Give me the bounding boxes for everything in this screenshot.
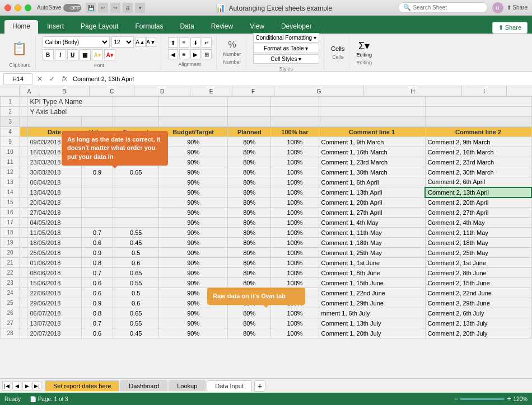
cell-i4[interactable]: Comment line 2 — [425, 127, 531, 137]
col-header-h[interactable]: H — [364, 86, 462, 96]
font-grow-btn[interactable]: A▲ — [136, 37, 146, 47]
zoom-in-btn[interactable]: + — [507, 395, 511, 403]
cell-d1[interactable] — [113, 97, 159, 107]
cell-a3[interactable] — [20, 117, 27, 127]
cell-h2[interactable] — [319, 107, 425, 117]
cell-f3[interactable] — [228, 117, 271, 127]
tab-developer[interactable]: Developer — [273, 20, 320, 34]
col-header-f[interactable]: F — [232, 86, 274, 96]
cell-h1[interactable] — [319, 97, 425, 107]
maximize-window-btn[interactable] — [25, 4, 31, 11]
tab-view[interactable]: View — [242, 20, 272, 34]
cell-h4[interactable]: Comment line 1 — [319, 127, 425, 137]
tab-data[interactable]: Data — [172, 20, 202, 34]
conditional-formatting-btn[interactable]: Conditional Formatting ▾ — [253, 33, 319, 43]
sheet-nav-prev[interactable]: ◀ — [12, 382, 21, 390]
format-as-table-btn[interactable]: Format as Table ▾ — [253, 44, 319, 53]
autosave-toggle[interactable]: OFF — [63, 4, 81, 12]
align-middle-btn[interactable]: ≡ — [179, 37, 189, 48]
col-header-i[interactable]: I — [462, 86, 507, 96]
cell-g3[interactable] — [271, 117, 319, 127]
font-size-select[interactable]: 12 — [111, 36, 134, 48]
paste-button[interactable]: 📋 — [9, 37, 29, 60]
cell-i2[interactable] — [425, 107, 531, 117]
wrap-text-btn[interactable]: ↵ — [202, 37, 212, 48]
font-color-btn[interactable]: A▾ — [104, 49, 115, 60]
print-icon[interactable]: 🖨 — [123, 3, 133, 13]
cell-a2[interactable] — [20, 107, 27, 117]
formula-fx-btn[interactable]: fx — [59, 74, 69, 84]
tab-review[interactable]: Review — [203, 20, 241, 34]
cell-b3[interactable] — [27, 117, 81, 127]
sheet-tab-lookup[interactable]: Lookup — [169, 380, 206, 391]
sheet-tab-dashboard[interactable]: Dashboard — [120, 380, 167, 391]
sheet-nav-last[interactable]: ▶| — [32, 382, 41, 390]
zoom-out-btn[interactable]: − — [454, 395, 458, 403]
border-btn[interactable]: ▦ — [80, 49, 91, 60]
cell-e3[interactable] — [159, 117, 228, 127]
align-center-btn[interactable]: ≡ — [179, 49, 189, 59]
formula-check-btn[interactable]: ✓ — [47, 74, 57, 84]
redo-icon[interactable]: ↪ — [110, 3, 120, 13]
share-button[interactable]: ⬆ Share — [507, 4, 528, 11]
col-header-e[interactable]: E — [190, 86, 232, 96]
cell-d3[interactable] — [113, 117, 159, 127]
sheet-tab-data-input[interactable]: Data Input — [207, 380, 252, 392]
cell-e2[interactable] — [159, 107, 228, 117]
cell-i3[interactable] — [425, 117, 531, 127]
cell-f1[interactable] — [228, 97, 271, 107]
cell-c3[interactable] — [81, 117, 113, 127]
add-sheet-button[interactable]: + — [254, 380, 265, 392]
font-shrink-btn[interactable]: A▼ — [146, 37, 156, 47]
tab-page-layout[interactable]: Page Layout — [73, 20, 126, 34]
cell-reference-input[interactable] — [3, 73, 32, 84]
zoom-slider[interactable] — [460, 398, 505, 400]
save-icon[interactable]: 💾 — [86, 3, 96, 13]
col-header-b[interactable]: B — [39, 86, 90, 96]
merge-btn[interactable]: ⊞ — [202, 49, 212, 59]
bold-btn[interactable]: B — [43, 49, 54, 60]
cell-styles-btn[interactable]: Cell Styles ▾ — [253, 54, 319, 64]
align-left-btn[interactable]: ◀ — [168, 49, 178, 59]
sheet-nav-first[interactable]: |◀ — [2, 382, 11, 390]
cell-e1[interactable] — [159, 97, 228, 107]
align-bottom-btn[interactable]: ⬇ — [190, 37, 200, 48]
italic-btn[interactable]: I — [55, 49, 66, 60]
more-icon[interactable]: ▾ — [135, 3, 145, 13]
cell-b2[interactable]: Y Axis Label — [27, 107, 113, 117]
close-window-btn[interactable] — [4, 4, 11, 11]
cell-h3[interactable] — [319, 117, 425, 127]
cell-g4[interactable]: 100% bar — [271, 127, 319, 137]
tab-formulas[interactable]: Formulas — [127, 20, 171, 34]
cell-g1[interactable] — [271, 97, 319, 107]
cell-d2[interactable] — [113, 107, 159, 117]
search-input[interactable] — [413, 4, 469, 11]
sheet-nav-next[interactable]: ▶ — [22, 382, 31, 390]
col-header-a[interactable]: A — [20, 86, 39, 96]
cell-g2[interactable] — [271, 107, 319, 117]
font-family-select[interactable]: Calibri (Body) — [43, 36, 110, 48]
cell-f4[interactable]: Planned — [228, 127, 271, 137]
formula-input[interactable] — [72, 74, 529, 83]
cell-b1[interactable]: KPI Type A Name — [27, 97, 113, 107]
underline-btn[interactable]: U — [67, 49, 78, 60]
share-btn[interactable]: ⬆ Share — [492, 22, 528, 34]
col-header-c[interactable]: C — [90, 86, 134, 96]
sheet-tab-report-dates[interactable]: Set report dates here — [45, 380, 119, 391]
cell-a4[interactable] — [20, 127, 27, 137]
cell-a1[interactable] — [20, 97, 27, 107]
align-top-btn[interactable]: ⬆ — [168, 37, 178, 48]
col-header-g[interactable]: G — [274, 86, 364, 96]
fill-color-btn[interactable]: A▾ — [92, 49, 103, 60]
col-header-d[interactable]: D — [134, 86, 190, 96]
minimize-window-btn[interactable] — [15, 4, 21, 11]
cell-f2[interactable] — [228, 107, 271, 117]
search-box[interactable]: 🔍 — [398, 2, 488, 13]
cell-i1[interactable] — [425, 97, 531, 107]
cell-e4[interactable]: Budget/Target — [159, 127, 228, 137]
undo-icon[interactable]: ↩ — [98, 3, 108, 13]
formula-x-btn[interactable]: ✕ — [35, 74, 45, 84]
tab-home[interactable]: Home — [4, 20, 38, 34]
tab-insert[interactable]: Insert — [39, 20, 72, 34]
align-right-btn[interactable]: ▶ — [190, 49, 200, 59]
